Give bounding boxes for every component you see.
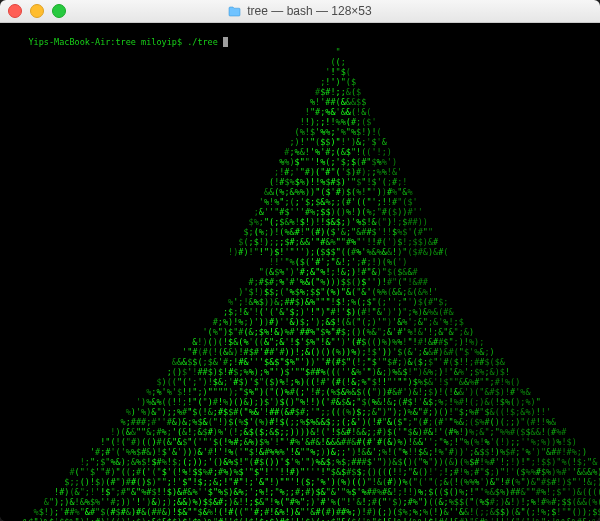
zoom-icon[interactable] (52, 4, 66, 18)
window-traffic-lights (8, 4, 66, 18)
window-title: tree — bash — 128×53 (228, 4, 371, 18)
cursor-block (223, 37, 228, 47)
titlebar[interactable]: tree — bash — 128×53 (0, 0, 600, 23)
folder-icon (228, 6, 241, 17)
prompt-line: Yips-MacBook-Air:tree miloyip$ ./tree (28, 37, 228, 47)
close-icon[interactable] (8, 4, 22, 18)
minimize-icon[interactable] (30, 4, 44, 18)
prompt-command: ./tree (187, 37, 218, 47)
terminal-window: tree — bash — 128×53 Yips-MacBook-Air:tr… (0, 0, 600, 521)
prompt-host-cwd-user: Yips-MacBook-Air:tree miloyip$ (28, 37, 182, 47)
window-title-text: tree — bash — 128×53 (247, 4, 371, 18)
terminal-viewport[interactable]: Yips-MacBook-Air:tree miloyip$ ./tree " (0, 23, 600, 521)
program-output: " ((; (8, 47, 592, 521)
